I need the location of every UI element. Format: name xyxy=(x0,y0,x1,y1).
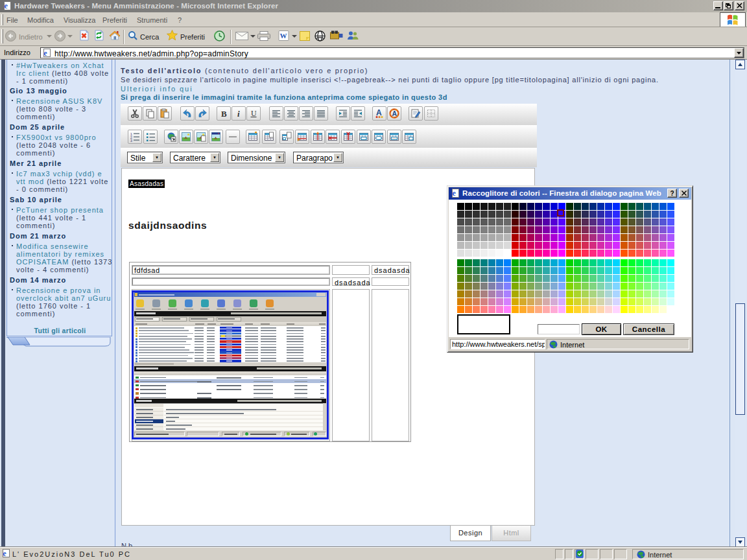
svg-text:e: e xyxy=(44,49,47,57)
svg-text:e: e xyxy=(453,189,456,198)
svg-text:A: A xyxy=(376,108,382,117)
svg-text:U: U xyxy=(251,109,257,118)
svg-text:i: i xyxy=(237,109,240,119)
svg-text:e: e xyxy=(3,550,6,557)
svg-text:e: e xyxy=(5,1,8,10)
svg-text:3: 3 xyxy=(130,139,132,143)
svg-text:A: A xyxy=(392,110,397,117)
svg-text:W: W xyxy=(280,32,287,40)
svg-text:B: B xyxy=(221,109,227,119)
